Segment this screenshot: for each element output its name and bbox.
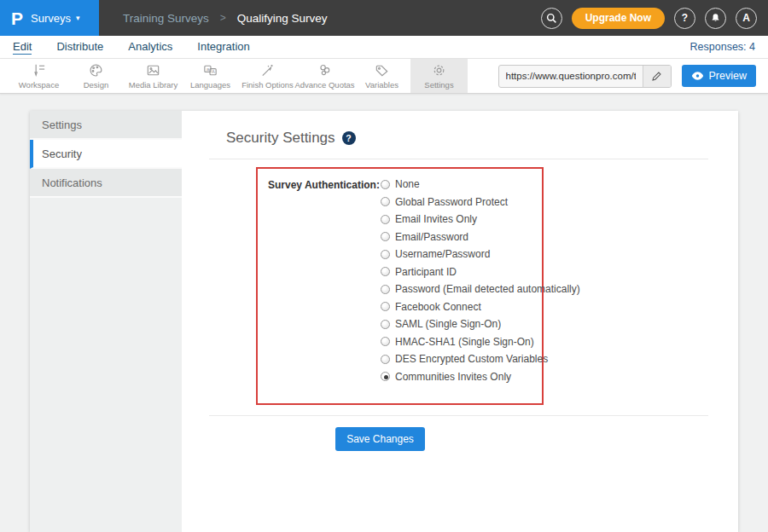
preview-button[interactable]: Preview <box>682 65 756 87</box>
toolbar-item-languages[interactable]: aA Languages <box>182 59 239 93</box>
languages-icon: aA <box>202 62 218 78</box>
radio-icon[interactable] <box>381 320 390 329</box>
radio-option-hmac-sha1-sso[interactable]: HMAC-SHA1 (Single Sign-On) <box>381 336 580 348</box>
bell-icon <box>710 13 721 24</box>
radio-icon[interactable] <box>381 232 390 241</box>
radio-option-password-email-detected[interactable]: Password (Email detected automatically) <box>381 283 580 295</box>
toolbar-item-design[interactable]: Design <box>67 59 125 93</box>
sidebar-item-security[interactable]: Security <box>30 140 182 169</box>
radio-icon[interactable] <box>381 197 390 206</box>
notifications-button[interactable] <box>705 8 726 29</box>
design-icon <box>88 62 104 78</box>
radio-icon[interactable] <box>381 250 390 259</box>
help-button[interactable]: ? <box>674 8 695 29</box>
page-title: Security Settings <box>226 130 335 147</box>
nav-tabs: Edit Distribute Analytics Integration <box>13 40 250 55</box>
survey-url-input[interactable] <box>499 66 643 87</box>
security-settings-panel: Security Settings ? Survey Authenticatio… <box>182 111 738 532</box>
authentication-options: None Global Password Protect Email Invit… <box>381 178 580 383</box>
settings-icon <box>431 62 447 78</box>
survey-url-group <box>498 65 672 88</box>
workspace-icon <box>31 62 47 78</box>
radio-option-email-password[interactable]: Email/Password <box>381 231 580 243</box>
toolbar-item-label: Workspace <box>19 80 59 90</box>
toolbar-item-finish-options[interactable]: Finish Options <box>239 59 296 93</box>
top-navbar: P Surveys ▾ Training Surveys > Qualifyin… <box>0 0 768 36</box>
toolbar-item-advance-quotas[interactable]: Advance Quotas <box>296 59 353 93</box>
pencil-icon <box>651 71 662 82</box>
survey-nav: Edit Distribute Analytics Integration Re… <box>0 36 768 59</box>
radio-checked-icon[interactable] <box>381 372 390 381</box>
settings-sidebar: Settings Security Notifications <box>30 111 182 532</box>
radio-icon[interactable] <box>381 355 390 364</box>
radio-option-facebook-connect[interactable]: Facebook Connect <box>381 301 580 313</box>
divider <box>209 159 708 159</box>
help-question-icon[interactable]: ? <box>342 131 356 145</box>
radio-option-username-password[interactable]: Username/Password <box>381 248 580 260</box>
radio-option-none[interactable]: None <box>381 178 580 190</box>
breadcrumb-parent[interactable]: Training Surveys <box>123 12 209 25</box>
toolbar-item-label: Settings <box>424 80 453 90</box>
media-library-icon <box>145 62 161 78</box>
sidebar-item-notifications[interactable]: Notifications <box>30 169 182 198</box>
toolbar-item-media-library[interactable]: Media Library <box>125 59 182 93</box>
radio-option-des-encrypted-custom-variables[interactable]: DES Encrypted Custom Variables <box>381 353 580 365</box>
questionpro-logo: P <box>11 9 23 27</box>
product-menu-label: Surveys <box>31 12 71 25</box>
toolbar-item-label: Design <box>84 80 109 90</box>
toolbar-item-label: Finish Options <box>241 80 294 90</box>
tab-analytics[interactable]: Analytics <box>128 40 172 55</box>
radio-option-communities-invites-only[interactable]: Communities Invites Only <box>381 371 580 383</box>
search-icon <box>546 13 557 24</box>
preview-button-label: Preview <box>709 70 747 82</box>
toolbar-item-settings[interactable]: Settings <box>410 59 468 93</box>
product-switcher[interactable]: P Surveys ▾ <box>0 0 99 36</box>
radio-icon[interactable] <box>381 215 390 224</box>
tab-distribute[interactable]: Distribute <box>56 40 103 55</box>
radio-icon[interactable] <box>381 285 390 294</box>
toolbar-item-label: Advance Quotas <box>294 80 354 90</box>
radio-icon[interactable] <box>381 267 390 276</box>
advance-quotas-icon <box>317 62 333 78</box>
survey-authentication-label: Survey Authentication: <box>268 178 381 383</box>
survey-authentication-highlight-box: Survey Authentication: None Global Passw… <box>256 167 544 405</box>
edit-toolbar: Workspace Design Media Library aA Langua… <box>0 59 768 94</box>
toolbar-item-variables[interactable]: Variables <box>353 59 410 93</box>
upgrade-now-button[interactable]: Upgrade Now <box>572 8 665 29</box>
settings-card: Settings Security Notifications Security… <box>30 111 738 532</box>
responses-count[interactable]: Responses: 4 <box>690 41 755 53</box>
toolbar-item-workspace[interactable]: Workspace <box>10 59 67 93</box>
radio-icon[interactable] <box>381 337 390 346</box>
page-content: Settings Security Notifications Security… <box>0 94 768 532</box>
radio-icon[interactable] <box>381 302 390 311</box>
radio-option-global-password-protect[interactable]: Global Password Protect <box>381 196 580 208</box>
radio-option-email-invites-only[interactable]: Email Invites Only <box>381 213 580 225</box>
breadcrumb-separator-icon: > <box>220 12 226 24</box>
tab-edit[interactable]: Edit <box>13 40 32 55</box>
save-changes-button[interactable]: Save Changes <box>335 427 425 451</box>
header-actions: Upgrade Now ? A <box>541 8 757 29</box>
radio-option-saml-sso[interactable]: SAML (Single Sign-On) <box>381 318 580 330</box>
svg-text:A: A <box>212 69 215 74</box>
eye-icon <box>691 71 704 81</box>
search-button[interactable] <box>541 8 562 29</box>
chevron-down-icon: ▾ <box>76 14 80 22</box>
toolbar-item-label: Languages <box>190 80 230 90</box>
finish-options-icon <box>259 62 276 78</box>
sidebar-item-settings[interactable]: Settings <box>30 111 182 140</box>
breadcrumb: Training Surveys > Qualifying Survey <box>123 12 328 25</box>
tab-integration[interactable]: Integration <box>197 40 249 55</box>
edit-url-button[interactable] <box>643 66 671 87</box>
svg-text:a: a <box>207 66 210 72</box>
radio-icon[interactable] <box>381 180 390 189</box>
toolbar-item-label: Media Library <box>129 80 178 90</box>
radio-option-participant-id[interactable]: Participant ID <box>381 266 580 278</box>
divider <box>209 415 708 416</box>
breadcrumb-current: Qualifying Survey <box>237 12 328 25</box>
variables-icon <box>374 62 390 78</box>
toolbar-item-label: Variables <box>365 80 399 90</box>
avatar[interactable]: A <box>736 8 757 29</box>
